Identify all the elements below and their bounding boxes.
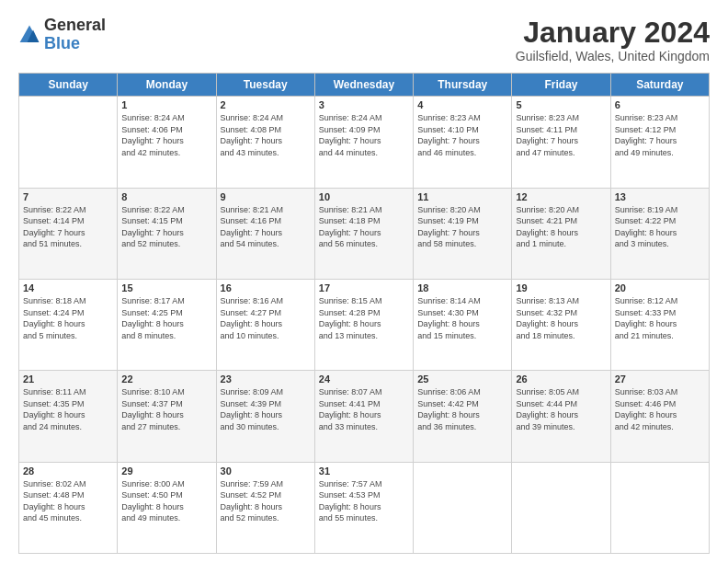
day-number: 23 <box>221 373 311 385</box>
day-info: Sunrise: 8:14 AM Sunset: 4:30 PM Dayligh… <box>417 295 507 341</box>
title-block: January 2024 Guilsfield, Wales, United K… <box>516 17 710 63</box>
calendar-day-cell <box>512 462 610 553</box>
calendar-day-cell: 11Sunrise: 8:20 AM Sunset: 4:19 PM Dayli… <box>414 188 512 279</box>
month-title: January 2024 <box>516 17 710 49</box>
calendar-day-cell: 10Sunrise: 8:21 AM Sunset: 4:18 PM Dayli… <box>314 188 413 279</box>
day-info: Sunrise: 8:09 AM Sunset: 4:39 PM Dayligh… <box>221 386 311 432</box>
day-info: Sunrise: 8:13 AM Sunset: 4:32 PM Dayligh… <box>516 295 606 341</box>
calendar-day-cell: 3Sunrise: 8:24 AM Sunset: 4:09 PM Daylig… <box>314 97 413 188</box>
day-number: 9 <box>221 191 311 202</box>
day-info: Sunrise: 8:19 AM Sunset: 4:22 PM Dayligh… <box>615 204 705 250</box>
calendar-day-cell <box>610 462 709 553</box>
day-number: 10 <box>319 191 409 202</box>
day-info: Sunrise: 8:10 AM Sunset: 4:37 PM Dayligh… <box>121 386 211 432</box>
logo: General Blue <box>18 17 106 53</box>
day-number: 16 <box>221 282 311 293</box>
calendar-day-cell: 30Sunrise: 7:59 AM Sunset: 4:52 PM Dayli… <box>216 462 314 553</box>
day-number: 22 <box>121 373 211 385</box>
calendar-day-cell: 28Sunrise: 8:02 AM Sunset: 4:48 PM Dayli… <box>19 462 118 553</box>
day-info: Sunrise: 8:21 AM Sunset: 4:16 PM Dayligh… <box>221 204 311 250</box>
day-info: Sunrise: 8:16 AM Sunset: 4:27 PM Dayligh… <box>221 295 311 341</box>
calendar-week-row: 14Sunrise: 8:18 AM Sunset: 4:24 PM Dayli… <box>19 279 710 370</box>
calendar-header-cell: Thursday <box>414 74 512 97</box>
day-info: Sunrise: 8:23 AM Sunset: 4:11 PM Dayligh… <box>516 112 606 158</box>
day-number: 2 <box>221 99 311 110</box>
day-number: 1 <box>121 99 211 110</box>
day-number: 31 <box>319 465 409 477</box>
logo-blue: Blue <box>44 34 80 52</box>
calendar-body: 1Sunrise: 8:24 AM Sunset: 4:06 PM Daylig… <box>19 97 710 554</box>
day-number: 30 <box>221 465 311 477</box>
calendar-day-cell: 7Sunrise: 8:22 AM Sunset: 4:14 PM Daylig… <box>19 188 118 279</box>
calendar-day-cell: 19Sunrise: 8:13 AM Sunset: 4:32 PM Dayli… <box>512 279 610 370</box>
calendar-day-cell: 6Sunrise: 8:23 AM Sunset: 4:12 PM Daylig… <box>610 97 709 188</box>
day-number: 8 <box>121 191 211 202</box>
day-number: 29 <box>121 465 211 477</box>
day-number: 4 <box>417 99 507 110</box>
calendar-day-cell: 12Sunrise: 8:20 AM Sunset: 4:21 PM Dayli… <box>512 188 610 279</box>
day-number: 3 <box>319 99 409 110</box>
day-number: 7 <box>23 191 113 202</box>
day-number: 20 <box>615 282 705 293</box>
calendar-day-cell <box>19 97 118 188</box>
page: General Blue January 2024 Guilsfield, Wa… <box>0 0 728 563</box>
calendar-header-cell: Friday <box>512 74 610 97</box>
calendar-week-row: 21Sunrise: 8:11 AM Sunset: 4:35 PM Dayli… <box>19 371 710 462</box>
day-info: Sunrise: 8:11 AM Sunset: 4:35 PM Dayligh… <box>23 386 113 432</box>
location: Guilsfield, Wales, United Kingdom <box>516 49 710 63</box>
calendar-table: SundayMondayTuesdayWednesdayThursdayFrid… <box>18 73 710 554</box>
calendar-header-cell: Monday <box>118 74 216 97</box>
day-number: 13 <box>615 191 705 202</box>
calendar-day-cell: 25Sunrise: 8:06 AM Sunset: 4:42 PM Dayli… <box>414 371 512 462</box>
day-number: 6 <box>615 99 705 110</box>
day-info: Sunrise: 8:21 AM Sunset: 4:18 PM Dayligh… <box>319 204 409 250</box>
day-info: Sunrise: 8:05 AM Sunset: 4:44 PM Dayligh… <box>516 386 606 432</box>
day-number: 21 <box>23 373 113 385</box>
logo-icon <box>18 24 40 46</box>
calendar-header-cell: Saturday <box>610 74 709 97</box>
calendar-header-cell: Sunday <box>19 74 118 97</box>
calendar-week-row: 7Sunrise: 8:22 AM Sunset: 4:14 PM Daylig… <box>19 188 710 279</box>
day-info: Sunrise: 8:23 AM Sunset: 4:10 PM Dayligh… <box>417 112 507 158</box>
day-number: 27 <box>615 373 705 385</box>
day-info: Sunrise: 7:57 AM Sunset: 4:53 PM Dayligh… <box>319 478 409 524</box>
calendar-day-cell: 9Sunrise: 8:21 AM Sunset: 4:16 PM Daylig… <box>216 188 314 279</box>
calendar-day-cell: 26Sunrise: 8:05 AM Sunset: 4:44 PM Dayli… <box>512 371 610 462</box>
day-number: 18 <box>417 282 507 293</box>
day-info: Sunrise: 8:20 AM Sunset: 4:19 PM Dayligh… <box>417 204 507 250</box>
calendar-day-cell: 16Sunrise: 8:16 AM Sunset: 4:27 PM Dayli… <box>216 279 314 370</box>
day-number: 12 <box>516 191 606 202</box>
day-info: Sunrise: 8:06 AM Sunset: 4:42 PM Dayligh… <box>417 386 507 432</box>
calendar-header-cell: Tuesday <box>216 74 314 97</box>
header: General Blue January 2024 Guilsfield, Wa… <box>18 17 710 63</box>
calendar-day-cell: 20Sunrise: 8:12 AM Sunset: 4:33 PM Dayli… <box>610 279 709 370</box>
day-info: Sunrise: 8:07 AM Sunset: 4:41 PM Dayligh… <box>319 386 409 432</box>
day-info: Sunrise: 8:00 AM Sunset: 4:50 PM Dayligh… <box>121 478 211 524</box>
calendar-day-cell: 29Sunrise: 8:00 AM Sunset: 4:50 PM Dayli… <box>118 462 216 553</box>
day-number: 17 <box>319 282 409 293</box>
calendar-day-cell: 5Sunrise: 8:23 AM Sunset: 4:11 PM Daylig… <box>512 97 610 188</box>
day-number: 28 <box>23 465 113 477</box>
calendar-day-cell: 4Sunrise: 8:23 AM Sunset: 4:10 PM Daylig… <box>414 97 512 188</box>
calendar-day-cell: 1Sunrise: 8:24 AM Sunset: 4:06 PM Daylig… <box>118 97 216 188</box>
logo-text: General Blue <box>44 17 106 53</box>
calendar-day-cell: 13Sunrise: 8:19 AM Sunset: 4:22 PM Dayli… <box>610 188 709 279</box>
calendar-header-cell: Wednesday <box>314 74 413 97</box>
calendar-week-row: 1Sunrise: 8:24 AM Sunset: 4:06 PM Daylig… <box>19 97 710 188</box>
day-info: Sunrise: 8:24 AM Sunset: 4:08 PM Dayligh… <box>221 112 311 158</box>
day-info: Sunrise: 8:24 AM Sunset: 4:06 PM Dayligh… <box>121 112 211 158</box>
day-number: 5 <box>516 99 606 110</box>
logo-general: General <box>44 16 106 34</box>
day-info: Sunrise: 8:23 AM Sunset: 4:12 PM Dayligh… <box>615 112 705 158</box>
day-info: Sunrise: 8:02 AM Sunset: 4:48 PM Dayligh… <box>23 478 113 524</box>
calendar-day-cell: 22Sunrise: 8:10 AM Sunset: 4:37 PM Dayli… <box>118 371 216 462</box>
calendar-day-cell: 15Sunrise: 8:17 AM Sunset: 4:25 PM Dayli… <box>118 279 216 370</box>
day-info: Sunrise: 8:17 AM Sunset: 4:25 PM Dayligh… <box>121 295 211 341</box>
calendar-week-row: 28Sunrise: 8:02 AM Sunset: 4:48 PM Dayli… <box>19 462 710 553</box>
day-info: Sunrise: 8:18 AM Sunset: 4:24 PM Dayligh… <box>23 295 113 341</box>
calendar-day-cell: 8Sunrise: 8:22 AM Sunset: 4:15 PM Daylig… <box>118 188 216 279</box>
day-info: Sunrise: 8:22 AM Sunset: 4:15 PM Dayligh… <box>121 204 211 250</box>
day-info: Sunrise: 8:24 AM Sunset: 4:09 PM Dayligh… <box>319 112 409 158</box>
day-info: Sunrise: 8:15 AM Sunset: 4:28 PM Dayligh… <box>319 295 409 341</box>
calendar-day-cell: 21Sunrise: 8:11 AM Sunset: 4:35 PM Dayli… <box>19 371 118 462</box>
